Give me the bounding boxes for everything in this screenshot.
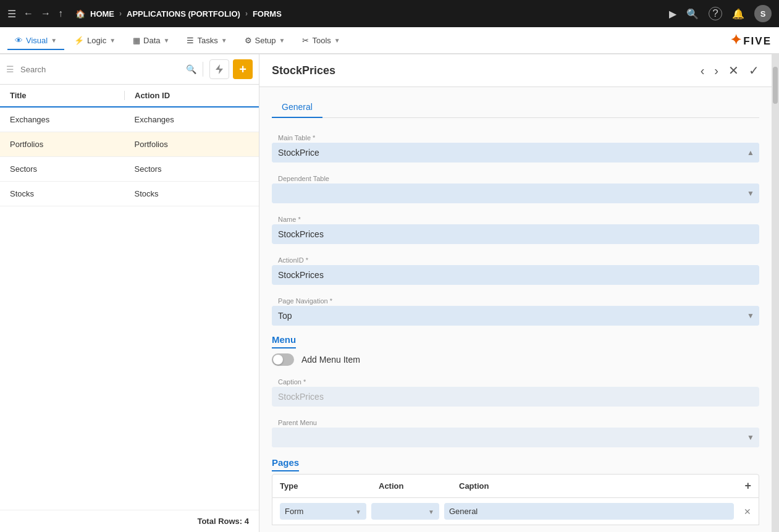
pages-action-select[interactable] (371, 503, 439, 520)
caption-label: Caption * (272, 374, 759, 387)
menu-label: Menu (272, 334, 296, 348)
parent-menu-field: Parent Menu ▼ (272, 415, 759, 447)
search-input[interactable] (18, 62, 182, 77)
row-action: Sectors (125, 164, 250, 174)
name-input[interactable] (272, 224, 759, 244)
table-row[interactable]: Exchanges Exchanges (0, 108, 259, 132)
save-button[interactable]: ✓ (749, 63, 759, 78)
general-section: General Main Table * ▲ Dependent Table ▼ (272, 97, 759, 326)
tab-general[interactable]: General (272, 97, 322, 118)
lightning-button[interactable] (209, 59, 229, 79)
main-table-input[interactable] (272, 143, 759, 163)
search-icon[interactable]: 🔍 (686, 8, 699, 20)
pages-label: Pages (272, 457, 299, 471)
menu-bar: 👁 Visual ▼ ⚡ Logic ▼ ▦ Data ▼ ☰ Tasks ▼ … (0, 27, 779, 54)
search-bar: ☰ 🔍 + (0, 54, 259, 85)
menu-item-logic[interactable]: ⚡ Logic ▼ (67, 32, 123, 50)
tasks-label: Tasks (197, 36, 217, 45)
home-icon: 🏠 (75, 9, 85, 19)
play-icon[interactable]: ▶ (669, 8, 676, 20)
actionid-field: ActionID * (272, 253, 759, 285)
row-action: Stocks (125, 189, 250, 198)
tools-icon: ✂ (302, 36, 309, 45)
column-action-id: Action ID (124, 91, 249, 100)
logic-icon: ⚡ (74, 36, 84, 45)
dependent-table-field: Dependent Table ▼ (272, 171, 759, 203)
page-navigation-label: Page Navigation * (272, 293, 759, 306)
row-title: Stocks (10, 189, 125, 198)
pages-add-button[interactable]: + (744, 479, 751, 492)
menu-item-setup[interactable]: ⚙ Setup ▼ (237, 32, 293, 50)
pages-col-caption: Caption (459, 481, 744, 491)
home-label[interactable]: HOME (90, 9, 114, 19)
section-tabs: General (272, 97, 759, 118)
menu-section: Menu Add Menu Item Caption * Parent Menu (272, 334, 759, 447)
parent-menu-label: Parent Menu (272, 415, 759, 428)
pages-row-close[interactable]: ✕ (744, 507, 751, 517)
top-bar: ☰ ← → ↑ 🏠 HOME › APPLICATIONS (PORTFOLIO… (0, 0, 779, 27)
table-row[interactable]: Stocks Stocks (0, 182, 259, 206)
form-title: StockPrices (272, 64, 701, 77)
up-icon[interactable]: ↑ (58, 8, 63, 19)
caption-input[interactable] (272, 387, 759, 407)
page-navigation-arrow: ▼ (747, 311, 754, 320)
app-label[interactable]: APPLICATIONS (PORTFOLIO) (127, 9, 240, 19)
caption-field: Caption * (272, 374, 759, 407)
main-table-field: Main Table * ▲ (272, 130, 759, 163)
help-icon[interactable]: ? (709, 7, 722, 20)
table-row[interactable]: Sectors Sectors (0, 157, 259, 182)
logic-arrow: ▼ (109, 37, 116, 44)
back-icon[interactable]: ← (23, 8, 33, 19)
data-label: Data (143, 36, 160, 45)
pages-type-select[interactable]: Form (280, 503, 366, 520)
main-table-label: Main Table * (272, 130, 759, 143)
page-navigation-field: Page Navigation * ▼ (272, 293, 759, 326)
pages-col-action: Action (379, 481, 459, 491)
pages-col-type: Type (280, 481, 379, 491)
visual-label: Visual (26, 36, 48, 45)
add-button[interactable]: + (233, 59, 253, 79)
page-navigation-input[interactable] (272, 306, 759, 326)
setup-icon: ⚙ (245, 36, 252, 45)
logic-label: Logic (87, 36, 106, 45)
dependent-table-input[interactable] (272, 184, 759, 203)
five-logo: ✦ FIVE (730, 32, 772, 48)
breadcrumb-arrow-1: › (119, 9, 122, 18)
scrollbar[interactable] (772, 54, 779, 532)
prev-button[interactable]: ‹ (701, 64, 705, 78)
hamburger-icon[interactable]: ☰ (7, 8, 16, 20)
parent-menu-arrow: ▼ (747, 433, 754, 442)
right-header: StockPrices ‹ › ✕ ✓ (259, 54, 772, 87)
forms-label[interactable]: FORMS (253, 9, 282, 19)
parent-menu-input[interactable] (272, 428, 759, 447)
total-rows: Total Rows: 4 (0, 510, 259, 532)
menu-item-visual[interactable]: 👁 Visual ▼ (7, 32, 64, 50)
pages-caption-input[interactable] (444, 503, 734, 520)
menu-item-tools[interactable]: ✂ Tools ▼ (295, 32, 347, 50)
main-table-wrapper: ▲ (272, 143, 759, 163)
menu-item-data[interactable]: ▦ Data ▼ (125, 32, 177, 50)
avatar[interactable]: S (754, 5, 772, 22)
setup-label: Setup (255, 36, 276, 45)
right-panel: StockPrices ‹ › ✕ ✓ General Main Table * (259, 54, 772, 532)
table-row[interactable]: Portfolios Portfolios (0, 132, 259, 157)
bell-icon[interactable]: 🔔 (732, 8, 744, 20)
dependent-table-label: Dependent Table (272, 171, 759, 184)
tasks-arrow: ▼ (221, 37, 227, 44)
menu-section-title: Menu (272, 334, 759, 345)
tools-label: Tools (312, 36, 331, 45)
search-button[interactable]: 🔍 (186, 64, 196, 74)
tasks-icon: ☰ (187, 36, 194, 45)
right-content: General Main Table * ▲ Dependent Table ▼ (259, 87, 772, 532)
row-action: Exchanges (125, 115, 250, 124)
visual-arrow: ▼ (51, 37, 57, 44)
close-button[interactable]: ✕ (728, 63, 739, 78)
actionid-input[interactable] (272, 265, 759, 285)
next-button[interactable]: › (714, 64, 718, 78)
add-menu-toggle[interactable] (272, 353, 294, 366)
row-action: Portfolios (125, 140, 250, 149)
page-navigation-wrapper: ▼ (272, 306, 759, 326)
forward-icon[interactable]: → (41, 8, 51, 19)
top-bar-right: ▶ 🔍 ? 🔔 S (669, 5, 772, 22)
menu-item-tasks[interactable]: ☰ Tasks ▼ (179, 32, 234, 50)
